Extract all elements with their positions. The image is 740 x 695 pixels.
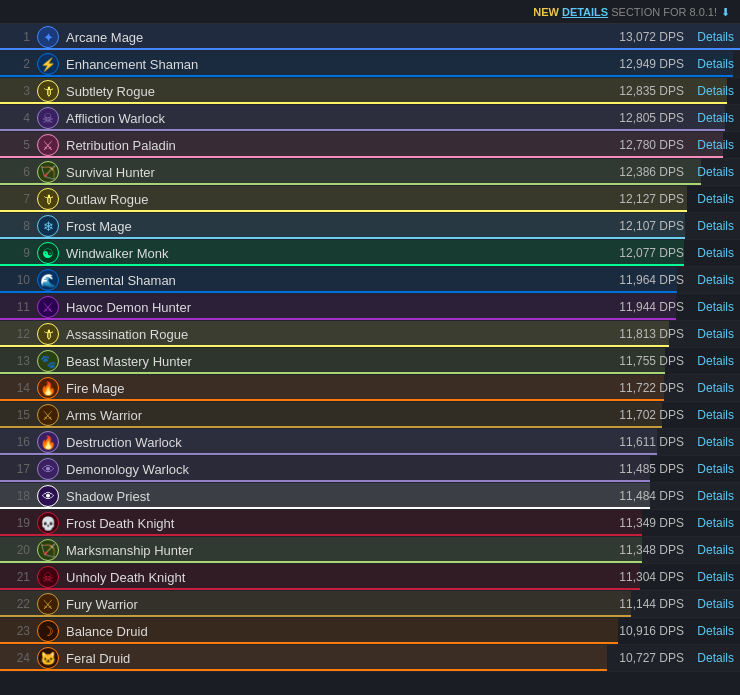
spec-name: Outlaw Rogue [66,192,619,207]
spec-icon: ☠ [37,566,59,588]
class-color-bar [0,426,662,428]
details-button[interactable]: Details [692,111,734,125]
table-row: 1✦Arcane Mage13,072 DPSDetails [0,24,740,51]
new-label: NEW [533,6,562,18]
spec-icon: 🏹 [37,161,59,183]
rank-number: 21 [6,570,30,584]
class-color-bar [0,318,676,320]
spec-icon: 🌊 [37,269,59,291]
table-row: 19💀Frost Death Knight11,349 DPSDetails [0,510,740,537]
details-button[interactable]: Details [692,381,734,395]
spec-icon: ⚡ [37,53,59,75]
spec-icon: 🔥 [37,377,59,399]
spec-icon: ✦ [37,26,59,48]
spec-name: Enhancement Shaman [66,57,619,72]
details-button[interactable]: Details [692,354,734,368]
class-color-bar [0,669,607,671]
dps-value: 11,349 DPS [619,516,684,530]
details-button[interactable]: Details [692,273,734,287]
table-row: 9☯Windwalker Monk12,077 DPSDetails [0,240,740,267]
details-button[interactable]: Details [692,489,734,503]
details-button[interactable]: Details [692,246,734,260]
table-row: 24🐱Feral Druid10,727 DPSDetails [0,645,740,672]
spec-name: Subtlety Rogue [66,84,619,99]
rank-number: 23 [6,624,30,638]
dps-value: 11,304 DPS [619,570,684,584]
class-color-bar [0,507,650,509]
dps-value: 12,780 DPS [619,138,684,152]
dps-value: 11,722 DPS [619,381,684,395]
spec-name: Balance Druid [66,624,619,639]
spec-name: Marksmanship Hunter [66,543,619,558]
table-row: 15⚔Arms Warrior11,702 DPSDetails [0,402,740,429]
table-row: 21☠Unholy Death Knight11,304 DPSDetails [0,564,740,591]
spec-icon: 🗡 [37,188,59,210]
spec-list: 1✦Arcane Mage13,072 DPSDetails2⚡Enhancem… [0,24,740,672]
spec-icon: ☯ [37,242,59,264]
rank-number: 13 [6,354,30,368]
spec-icon: 👁 [37,485,59,507]
spec-name: Retribution Paladin [66,138,619,153]
details-button[interactable]: Details [692,435,734,449]
details-button[interactable]: Details [692,219,734,233]
spec-name: Frost Death Knight [66,516,619,531]
dps-value: 12,386 DPS [619,165,684,179]
class-color-bar [0,642,618,644]
class-color-bar [0,237,685,239]
details-button[interactable]: Details [692,165,734,179]
spec-name: Havoc Demon Hunter [66,300,619,315]
details-button[interactable]: Details [692,408,734,422]
details-button[interactable]: Details [692,516,734,530]
table-row: 16🔥Destruction Warlock11,611 DPSDetails [0,429,740,456]
rank-number: 4 [6,111,30,125]
spec-name: Fury Warrior [66,597,619,612]
rank-number: 16 [6,435,30,449]
table-row: 12🗡Assassination Rogue11,813 DPSDetails [0,321,740,348]
rank-number: 17 [6,462,30,476]
table-row: 4☠Affliction Warlock12,805 DPSDetails [0,105,740,132]
download-icon[interactable]: ⬇ [721,6,730,18]
class-color-bar [0,453,657,455]
details-link[interactable]: DETAILS [562,6,608,18]
details-button[interactable]: Details [692,300,734,314]
dps-value: 13,072 DPS [619,30,684,44]
dps-value: 11,813 DPS [619,327,684,341]
details-button[interactable]: Details [692,543,734,557]
details-button[interactable]: Details [692,597,734,611]
spec-name: Unholy Death Knight [66,570,619,585]
details-button[interactable]: Details [692,570,734,584]
class-color-bar [0,588,640,590]
details-button[interactable]: Details [692,327,734,341]
spec-name: Affliction Warlock [66,111,619,126]
dps-value: 11,755 DPS [619,354,684,368]
class-color-bar [0,102,727,104]
spec-icon: ⚔ [37,296,59,318]
details-button[interactable]: Details [692,462,734,476]
table-row: 3🗡Subtlety Rogue12,835 DPSDetails [0,78,740,105]
class-color-bar [0,399,664,401]
dps-value: 10,916 DPS [619,624,684,638]
spec-name: Beast Mastery Hunter [66,354,619,369]
details-button[interactable]: Details [692,624,734,638]
rank-number: 11 [6,300,30,314]
details-button[interactable]: Details [692,651,734,665]
spec-name: Windwalker Monk [66,246,619,261]
spec-icon: 💀 [37,512,59,534]
spec-name: Arms Warrior [66,408,619,423]
rank-number: 10 [6,273,30,287]
class-color-bar [0,264,684,266]
dps-value: 11,144 DPS [619,597,684,611]
class-color-bar [0,48,740,50]
class-color-bar [0,534,642,536]
details-button[interactable]: Details [692,192,734,206]
class-color-bar [0,156,723,158]
details-button[interactable]: Details [692,30,734,44]
table-row: 23☽Balance Druid10,916 DPSDetails [0,618,740,645]
table-row: 17👁Demonology Warlock11,485 DPSDetails [0,456,740,483]
version-label: SECTION FOR 8.0.1! [608,6,717,18]
details-button[interactable]: Details [692,57,734,71]
details-button[interactable]: Details [692,138,734,152]
details-button[interactable]: Details [692,84,734,98]
rank-number: 22 [6,597,30,611]
class-color-bar [0,291,677,293]
